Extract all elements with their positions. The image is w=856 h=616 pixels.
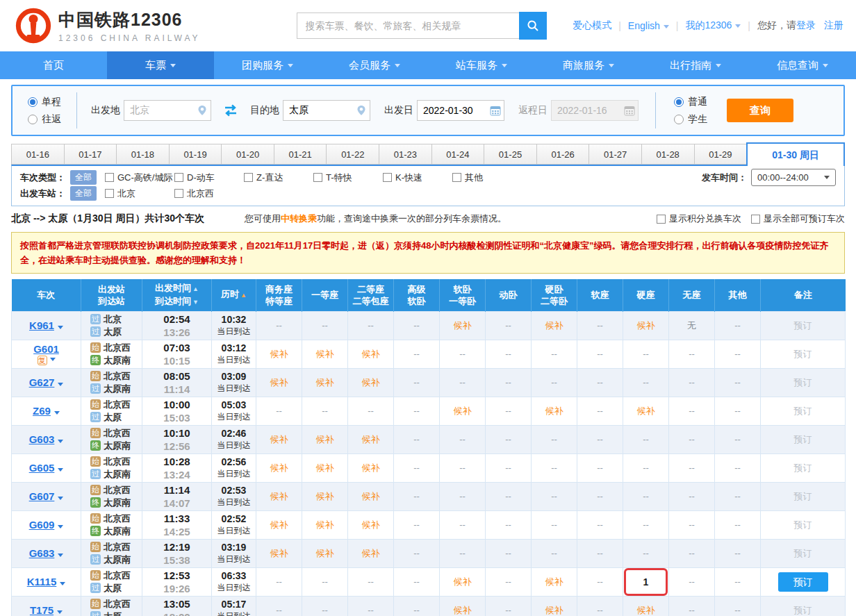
nav-item-3[interactable]: 会员服务: [321, 51, 428, 79]
expand-row-icon[interactable]: [58, 497, 63, 500]
depart-station-label: 出发车站：: [20, 188, 70, 200]
train-type-filter-3[interactable]: T-特快: [313, 172, 383, 184]
date-tab-active[interactable]: 01-30 周日: [746, 142, 845, 166]
radio-icon[interactable]: [674, 97, 684, 107]
train-type-all-badge[interactable]: 全部: [70, 170, 97, 185]
checkbox-icon[interactable]: [174, 173, 183, 182]
arrival-station: 终太原南: [90, 497, 142, 509]
duration-value: 02:52: [212, 513, 256, 525]
nav-item-7[interactable]: 信息查询: [749, 51, 856, 79]
passenger-type-0[interactable]: 普通: [674, 96, 707, 108]
language-select[interactable]: English: [628, 20, 669, 31]
nav-item-2[interactable]: 团购服务: [214, 51, 321, 79]
date-tab-01-16[interactable]: 01-16: [11, 144, 65, 165]
swap-stations-button[interactable]: [222, 104, 239, 117]
checkbox-icon[interactable]: [313, 173, 322, 182]
station-filter-0[interactable]: 北京: [105, 188, 174, 200]
train-number-link[interactable]: G683: [29, 547, 55, 559]
date-tab-01-27[interactable]: 01-27: [588, 144, 642, 165]
train-number-link[interactable]: G605: [29, 462, 55, 474]
passenger-type-1[interactable]: 学生: [674, 113, 707, 126]
train-number-link[interactable]: G601: [33, 343, 59, 355]
train-number-link[interactable]: G607: [29, 490, 55, 502]
expand-row-icon[interactable]: [58, 553, 63, 557]
train-number-link[interactable]: G627: [29, 376, 55, 388]
date-tab-01-21[interactable]: 01-21: [274, 144, 327, 165]
train-number-link[interactable]: K1115: [27, 576, 57, 588]
train-type-filter-5[interactable]: 其他: [452, 172, 522, 184]
date-tab-01-20[interactable]: 01-20: [221, 144, 274, 165]
depart-station-all-badge[interactable]: 全部: [70, 186, 97, 201]
date-tab-01-24[interactable]: 01-24: [431, 144, 485, 165]
checkbox-icon[interactable]: [383, 173, 392, 182]
train-number-link[interactable]: Z69: [33, 405, 51, 417]
book-button[interactable]: 预订: [778, 572, 828, 592]
show-all-bookable-checkbox[interactable]: 显示全部可预订车次: [751, 213, 845, 225]
radio-icon[interactable]: [674, 115, 684, 124]
search-input[interactable]: [297, 13, 519, 39]
radio-icon[interactable]: [28, 115, 38, 124]
checkbox-icon[interactable]: [105, 173, 114, 182]
login-link[interactable]: 登录: [796, 19, 816, 32]
date-tab-01-28[interactable]: 01-28: [641, 144, 695, 165]
expand-row-icon[interactable]: [54, 411, 60, 415]
date-tab-01-18[interactable]: 01-18: [116, 144, 170, 165]
train-type-filter-2[interactable]: Z-直达: [244, 172, 313, 184]
depart-time-select[interactable]: 00:00--24:00: [751, 169, 836, 186]
nav-item-1[interactable]: 车票: [107, 51, 214, 79]
search-button[interactable]: [519, 12, 547, 40]
seat-availability-cell: 候补: [348, 340, 394, 368]
checkbox-icon[interactable]: [174, 189, 183, 198]
date-tab-01-17[interactable]: 01-17: [64, 144, 117, 165]
checkbox-icon[interactable]: [244, 173, 253, 182]
seat-availability-cell: 候补: [440, 596, 486, 616]
transfer-link[interactable]: 中转换乘: [281, 213, 317, 224]
train-type-filter-4[interactable]: K-快速: [383, 172, 452, 184]
register-link[interactable]: 注册: [824, 19, 843, 32]
col-header-3[interactable]: 历时▲: [212, 279, 256, 311]
date-tab-01-26[interactable]: 01-26: [536, 144, 590, 165]
expand-row-icon[interactable]: [60, 582, 65, 585]
arrive-day-label: 当日到达: [212, 525, 256, 537]
checkbox-icon[interactable]: [751, 215, 760, 224]
train-number-link[interactable]: K961: [29, 319, 54, 331]
expand-row-icon[interactable]: [57, 610, 63, 614]
checkbox-icon[interactable]: [657, 215, 666, 224]
col-header-2[interactable]: 出发时间▲到达时间▼: [142, 279, 212, 311]
date-tab-01-23[interactable]: 01-23: [379, 144, 432, 165]
nav-item-6[interactable]: 出行指南: [642, 51, 749, 79]
seat-availability-cell: --: [669, 482, 715, 510]
expand-row-icon[interactable]: [58, 440, 63, 443]
train-type-filter-label: D-动车: [187, 172, 215, 184]
show-points-trains-checkbox[interactable]: 显示积分兑换车次: [657, 213, 741, 225]
train-type-filter-0[interactable]: GC-高铁/城际: [105, 172, 174, 184]
date-tab-01-29[interactable]: 01-29: [694, 144, 748, 165]
expand-row-icon[interactable]: [58, 468, 63, 472]
nav-item-4[interactable]: 站车服务: [428, 51, 535, 79]
trip-type-0[interactable]: 单程: [28, 96, 61, 108]
station-name: 北京西: [104, 370, 131, 383]
train-number-link[interactable]: G609: [29, 519, 55, 531]
train-type-filter-1[interactable]: D-动车: [174, 172, 244, 184]
date-tab-01-19[interactable]: 01-19: [169, 144, 222, 165]
date-tab-01-22[interactable]: 01-22: [326, 144, 379, 165]
expand-row-icon[interactable]: [50, 358, 56, 361]
train-number-link[interactable]: T175: [30, 604, 54, 616]
nav-item-5[interactable]: 商旅服务: [535, 51, 642, 79]
my12306-menu[interactable]: 我的12306: [685, 19, 741, 32]
nav-item-0[interactable]: 首页: [0, 51, 107, 79]
station-filter-1[interactable]: 北京西: [174, 188, 244, 200]
query-button[interactable]: 查询: [727, 99, 793, 122]
logo[interactable]: 中国铁路12306 12306 CHINA RAILWAY: [15, 8, 201, 44]
checkbox-icon[interactable]: [452, 173, 461, 182]
trip-type-1[interactable]: 往返: [28, 113, 61, 126]
care-mode-link[interactable]: 爱心模式: [573, 19, 611, 32]
expand-row-icon[interactable]: [58, 525, 63, 528]
date-tab-01-25[interactable]: 01-25: [484, 144, 537, 165]
expand-row-icon[interactable]: [58, 326, 63, 329]
expand-row-icon[interactable]: [58, 383, 63, 386]
radio-icon[interactable]: [28, 97, 38, 107]
train-number-link[interactable]: G603: [29, 433, 55, 445]
checkbox-icon[interactable]: [105, 189, 114, 198]
arrival-station: 过太原: [90, 411, 142, 424]
